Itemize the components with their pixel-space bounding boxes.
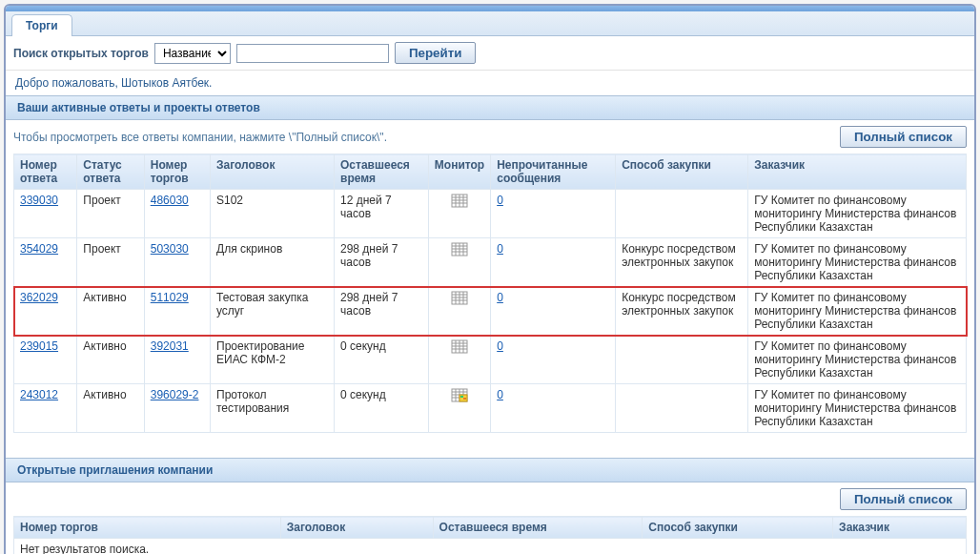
invitations-header: Открытые приглашения компании	[6, 458, 974, 482]
table-row: 354029Проект503030Для скринов298 дней 7 …	[14, 238, 967, 287]
customer-cell: ГУ Комитет по финансовому мониторингу Ми…	[748, 238, 967, 287]
invitations-full-list-button[interactable]: Полный список	[840, 488, 967, 510]
calendar-icon[interactable]	[451, 339, 468, 354]
unread-link[interactable]: 0	[497, 291, 503, 304]
active-answers-header: Ваши активные ответы и проекты ответов	[6, 95, 974, 120]
inv-col-purchase: Способ закупки	[643, 517, 833, 539]
active-answers-table: Номер ответа Статус ответа Номер торгов …	[13, 154, 967, 433]
invitations-body: Номер торгов Заголовок Оставшееся время …	[6, 516, 974, 554]
time-left-cell: 0 секунд	[335, 384, 429, 433]
col-purchase: Способ закупки	[616, 154, 748, 190]
table-row: 243012Активно396029-2Протокол тестирован…	[14, 384, 967, 433]
tab-torgi[interactable]: Торги	[11, 14, 72, 36]
calendar-flag-icon[interactable]	[451, 388, 468, 402]
tabs-bar: Торги	[6, 11, 974, 36]
resp-no-link[interactable]: 243012	[20, 388, 58, 401]
customer-cell: ГУ Комитет по финансовому мониторингу Ми…	[748, 287, 967, 336]
calendar-icon[interactable]	[451, 242, 468, 256]
col-resp-status: Статус ответа	[77, 154, 144, 190]
time-left-cell: 298 дней 7 часов	[335, 238, 429, 287]
table-row: 239015Активно392031Проектирование ЕИАС К…	[14, 336, 967, 384]
col-time-left: Оставшееся время	[335, 154, 429, 190]
no-results-cell: Нет результатов поиска.	[14, 539, 967, 555]
svg-rect-37	[463, 398, 466, 400]
search-label: Поиск открытых торгов	[13, 47, 149, 60]
customer-cell: ГУ Комитет по финансовому мониторингу Ми…	[748, 190, 967, 238]
customer-cell: ГУ Комитет по финансовому мониторингу Ми…	[748, 384, 967, 433]
status-cell: Проект	[77, 190, 144, 238]
table-row: 339030Проект486030S10212 дней 7 часов0ГУ…	[14, 190, 967, 238]
tender-no-link[interactable]: 511029	[151, 291, 189, 304]
time-left-cell: 298 дней 7 часов	[335, 287, 429, 336]
svg-rect-36	[460, 396, 463, 398]
tender-no-link[interactable]: 503030	[151, 242, 189, 256]
inv-col-time-left: Оставшееся время	[433, 517, 643, 539]
resp-no-link[interactable]: 239015	[20, 339, 58, 353]
welcome-text: Добро пожаловать, Шотыков Аятбек.	[6, 71, 974, 95]
col-title: Заголовок	[211, 154, 335, 190]
active-hint: Чтобы просмотреть все ответы компании, н…	[13, 131, 387, 144]
table-row: 362029Активно511029Тестовая закупка услу…	[14, 287, 967, 336]
title-cell: S102	[211, 190, 335, 238]
status-cell: Активно	[77, 287, 144, 336]
title-cell: Для скринов	[211, 238, 335, 287]
col-tender-no: Номер торгов	[144, 154, 210, 190]
status-cell: Активно	[77, 336, 144, 384]
time-left-cell: 12 дней 7 часов	[335, 190, 429, 238]
unread-link[interactable]: 0	[497, 242, 503, 256]
content: Поиск открытых торгов Название Перейти Д…	[6, 36, 974, 554]
inv-col-title: Заголовок	[280, 517, 433, 539]
status-cell: Проект	[77, 238, 144, 287]
purchase-cell: Конкурс посредством электронных закупок	[616, 238, 748, 287]
tender-no-link[interactable]: 396029-2	[151, 388, 199, 401]
tender-no-link[interactable]: 392031	[151, 339, 189, 353]
search-bar: Поиск открытых торгов Название Перейти	[6, 36, 974, 71]
time-left-cell: 0 секунд	[335, 336, 429, 384]
tender-no-link[interactable]: 486030	[151, 194, 189, 207]
purchase-cell: Конкурс посредством электронных закупок	[616, 287, 748, 336]
search-input[interactable]	[236, 44, 389, 63]
inv-col-customer: Заказчик	[833, 517, 967, 539]
active-answers-body: Чтобы просмотреть все ответы компании, н…	[6, 120, 974, 439]
col-monitor: Монитор	[428, 154, 490, 190]
status-cell: Активно	[77, 384, 144, 433]
calendar-icon[interactable]	[451, 291, 468, 305]
resp-no-link[interactable]: 339030	[20, 194, 58, 207]
go-button[interactable]: Перейти	[395, 42, 476, 64]
app-window: Торги Поиск открытых торгов Название Пер…	[4, 4, 976, 554]
purchase-cell	[616, 384, 748, 433]
unread-link[interactable]: 0	[497, 339, 503, 353]
invitations-table: Номер торгов Заголовок Оставшееся время …	[13, 516, 967, 554]
title-cell: Тестовая закупка услуг	[211, 287, 335, 336]
unread-link[interactable]: 0	[497, 194, 503, 207]
resp-no-link[interactable]: 354029	[20, 242, 58, 256]
no-results-row: Нет результатов поиска.	[14, 539, 967, 555]
inv-col-tender-no: Номер торгов	[14, 517, 281, 539]
resp-no-link[interactable]: 362029	[20, 291, 58, 304]
search-field-select[interactable]: Название	[154, 43, 231, 64]
purchase-cell	[616, 190, 748, 238]
col-customer: Заказчик	[748, 154, 967, 190]
col-unread: Непрочитанные сообщения	[491, 154, 616, 190]
col-resp-no: Номер ответа	[14, 154, 77, 190]
full-list-button[interactable]: Полный список	[840, 126, 967, 148]
purchase-cell	[616, 336, 748, 384]
title-cell: Проектирование ЕИАС КФМ-2	[211, 336, 335, 384]
title-cell: Протокол тестирования	[211, 384, 335, 433]
unread-link[interactable]: 0	[497, 388, 503, 401]
calendar-icon[interactable]	[451, 194, 468, 208]
customer-cell: ГУ Комитет по финансовому мониторингу Ми…	[748, 336, 967, 384]
